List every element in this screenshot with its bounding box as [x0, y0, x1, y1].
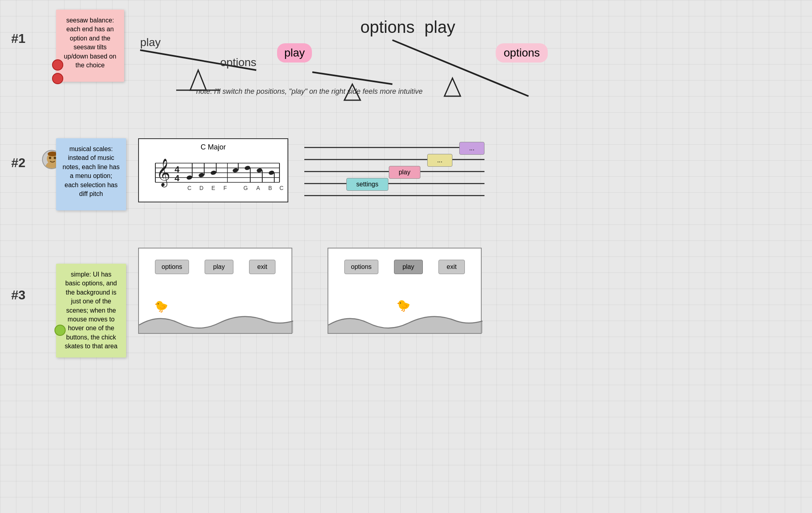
svg-point-27: [198, 172, 204, 178]
btn-pink-play[interactable]: play: [389, 166, 420, 179]
seesaw-1: play options: [132, 24, 268, 96]
options-btn-2[interactable]: options: [344, 260, 379, 274]
svg-point-33: [244, 165, 250, 170]
svg-point-35: [256, 168, 262, 173]
svg-text:E: E: [211, 185, 215, 191]
section-3-label: #3: [11, 288, 26, 303]
play-btn-1[interactable]: play: [205, 260, 233, 274]
game-box-1: options play exit 🐤: [138, 248, 292, 334]
svg-text:𝄞: 𝄞: [156, 159, 170, 188]
options-bubble-right: options: [496, 43, 548, 63]
svg-point-11: [49, 157, 51, 159]
svg-point-31: [232, 168, 238, 173]
svg-line-5: [312, 72, 392, 84]
section-2-label: #2: [11, 156, 26, 170]
dot-red-1: [52, 59, 63, 71]
svg-text:4: 4: [175, 173, 180, 183]
btn-purple[interactable]: ...: [459, 142, 484, 155]
svg-marker-8: [444, 78, 460, 96]
svg-text:C: C: [187, 185, 191, 191]
seesaw2-play-text: play: [424, 18, 455, 37]
sticky-note-1: seesaw balance: each end has an option a…: [56, 10, 124, 82]
switch-note: note: i'll switch the positions, "play" …: [196, 87, 423, 96]
sticky-note-3: simple: UI has basic options, and the ba…: [56, 264, 126, 357]
svg-text:D: D: [199, 185, 203, 191]
svg-text:F: F: [223, 185, 227, 191]
exit-btn-2[interactable]: exit: [438, 260, 465, 274]
svg-text:A: A: [256, 185, 260, 191]
play-btn-2[interactable]: play: [394, 260, 422, 274]
svg-point-25: [186, 175, 192, 180]
seesaw2-options-text: options: [360, 18, 414, 37]
section-1-label: #1: [11, 31, 26, 46]
svg-point-37: [268, 170, 274, 175]
music-title: C Major: [143, 143, 283, 151]
ground-wave-2: [328, 301, 482, 333]
lines-buttons-container: ... ... play settings: [304, 140, 484, 204]
btn-teal-settings[interactable]: settings: [346, 178, 388, 191]
svg-text:play: play: [140, 36, 161, 48]
music-notation-box: C Major 𝄞 4 4 C D E F: [138, 138, 288, 202]
options-btn-1[interactable]: options: [155, 260, 189, 274]
dot-red-2: [52, 73, 63, 84]
dot-green: [54, 325, 66, 336]
btn-yellow[interactable]: ...: [427, 154, 452, 167]
sticky-note-2: musical scales: instead of music notes, …: [56, 138, 126, 210]
svg-text:C: C: [279, 185, 283, 191]
game-box-2: options play exit 🐤: [328, 248, 482, 334]
exit-btn-1[interactable]: exit: [249, 260, 276, 274]
ground-wave-1: [139, 301, 293, 333]
svg-text:B: B: [268, 185, 272, 191]
play-bubble-left: play: [277, 43, 312, 63]
svg-point-29: [210, 170, 216, 175]
svg-text:G: G: [243, 185, 248, 191]
svg-text:options: options: [220, 56, 256, 69]
